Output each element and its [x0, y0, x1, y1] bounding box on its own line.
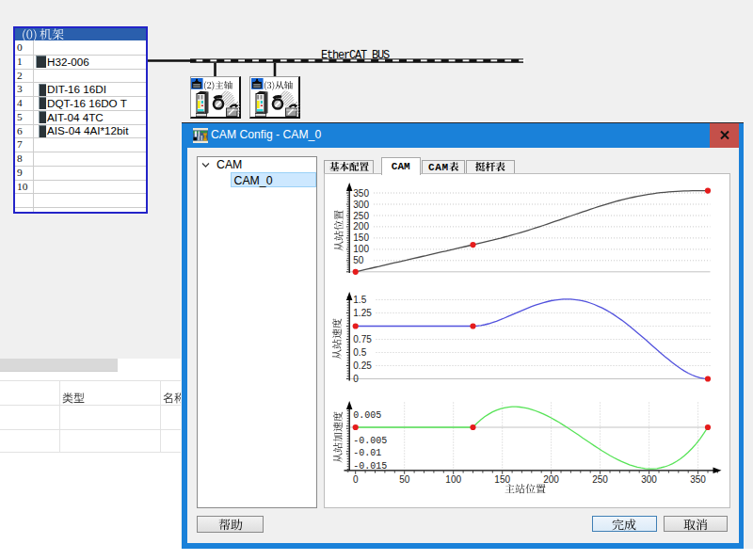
svg-text:350: 350	[690, 474, 706, 485]
svg-text:250: 250	[592, 474, 608, 485]
svg-text:0.5: 0.5	[353, 347, 366, 358]
svg-text:-0.005: -0.005	[353, 436, 387, 446]
svg-text:300: 300	[353, 200, 369, 210]
svg-text:100: 100	[445, 474, 461, 485]
svg-text:200: 200	[353, 221, 369, 232]
svg-text:0.75: 0.75	[353, 334, 372, 344]
svg-text:150: 150	[353, 232, 369, 243]
svg-text:0: 0	[353, 374, 359, 384]
svg-text:-0.01: -0.01	[353, 448, 381, 458]
svg-text:100: 100	[353, 244, 369, 254]
svg-text:50: 50	[353, 255, 364, 265]
svg-text:1.25: 1.25	[353, 308, 372, 318]
svg-text:50: 50	[399, 474, 410, 485]
svg-text:300: 300	[641, 474, 657, 485]
svg-text:250: 250	[353, 211, 369, 221]
svg-text:1.5: 1.5	[353, 295, 366, 305]
svg-text:350: 350	[353, 188, 369, 199]
svg-text:0: 0	[352, 474, 358, 485]
svg-text:0.005: 0.005	[353, 410, 381, 421]
svg-text:0.25: 0.25	[353, 360, 372, 371]
